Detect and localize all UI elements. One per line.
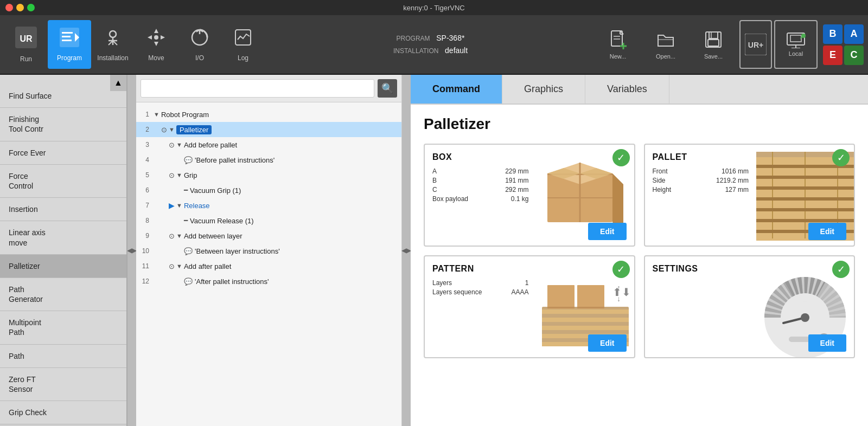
tree-resize-handle[interactable]: ◀▶	[402, 75, 411, 426]
minimize-button[interactable]	[16, 4, 24, 11]
program-tree: 🔍 1 ▼ Robot Program 2 ⊙ ▼ Palletizer 3	[136, 75, 402, 426]
pallet-edit-button[interactable]: Edit	[808, 223, 846, 240]
svg-rect-35	[790, 35, 801, 42]
svg-rect-62	[756, 176, 854, 179]
open-button[interactable]: Open...	[644, 20, 687, 69]
window-controls	[5, 4, 35, 11]
sidebar-scroll-up[interactable]: ▲	[110, 75, 126, 91]
tree-label: Add before pallet	[184, 141, 237, 149]
tab-command[interactable]: Command	[411, 75, 502, 104]
sidebar-item-grip-check[interactable]: Grip Check	[0, 401, 126, 424]
run-label: Run	[20, 55, 32, 63]
box-card: ✓ BOX A 229 mm B 191 mm	[424, 144, 635, 247]
sidebar-item-force-ever[interactable]: Force Ever	[0, 141, 126, 165]
new-button[interactable]: New...	[596, 20, 640, 69]
pattern-label-layers: Layers	[432, 279, 476, 287]
new-label: New...	[610, 53, 627, 60]
program-label: Program	[57, 54, 82, 62]
toolbar-far-right: UR+ Local B A E C	[739, 20, 864, 69]
box-row-a: A 229 mm	[432, 167, 529, 175]
svg-rect-19	[235, 30, 251, 45]
settings-edit-button[interactable]: Edit	[808, 334, 846, 352]
io-label: I/O	[195, 54, 204, 62]
installation-button[interactable]: Installation	[91, 20, 135, 69]
box-row-c: C 292 mm	[432, 186, 529, 193]
tree-row[interactable]: 1 ▼ Robot Program	[136, 107, 401, 122]
installation-label: Installation	[97, 54, 128, 62]
svg-point-7	[110, 31, 116, 37]
tree-arrow-icon: ▼	[176, 172, 182, 178]
tree-row[interactable]: 6 ━ Vacuum Grip (1)	[136, 183, 401, 198]
ur-plus-button[interactable]: UR+	[739, 20, 772, 69]
sidebar-item-insertion[interactable]: Insertion	[0, 198, 126, 221]
pallet-label-height: Height	[653, 186, 696, 193]
box-value-c: 292 mm	[496, 186, 529, 193]
tree-arrow-icon: ▼	[169, 126, 175, 133]
box-label-c: C	[432, 186, 476, 193]
tab-graphics[interactable]: Graphics	[502, 75, 585, 104]
pattern-check-icon: ✓	[612, 261, 630, 278]
box-edit-button[interactable]: Edit	[588, 223, 626, 240]
tab-variables[interactable]: Variables	[585, 75, 669, 104]
pattern-card: ✓ PATTERN Layers 1 Layers sequence AAAA	[424, 255, 635, 358]
sidebar-item-zero-ft[interactable]: Zero FTSensor	[0, 368, 126, 401]
tree-label: Vacuum Grip (1)	[190, 186, 241, 195]
svg-text:UR+: UR+	[748, 41, 763, 49]
comment-icon: 💬	[184, 277, 193, 286]
right-panel: Command Graphics Variables Palletizer ✓ …	[411, 75, 868, 426]
sidebar-item-find-surface[interactable]: Find Surface	[0, 75, 126, 108]
save-button[interactable]: Save...	[692, 20, 735, 69]
tree-content: 1 ▼ Robot Program 2 ⊙ ▼ Palletizer 3 ⊙ ▼…	[136, 102, 401, 426]
pattern-edit-button[interactable]: Edit	[588, 334, 626, 352]
sidebar-item-finishing[interactable]: FinishingTool Contr	[0, 108, 126, 141]
move-icon	[146, 28, 166, 51]
sidebar-item-multipoint-path[interactable]: MultipointPath	[0, 311, 126, 344]
io-button[interactable]: I/O	[178, 20, 221, 69]
tree-row[interactable]: 12 💬 'After pallet instructions'	[136, 274, 401, 289]
program-button[interactable]: Program	[48, 20, 91, 69]
sidebar-item-force-control[interactable]: ForceControl	[0, 165, 126, 198]
search-input[interactable]	[141, 79, 374, 98]
save-label: Save...	[704, 53, 723, 60]
tree-row[interactable]: 11 ⊙ ▼ Add after pallet	[136, 259, 401, 274]
tree-row[interactable]: 8 ━ Vacuum Release (1)	[136, 213, 401, 228]
sidebar-item-path[interactable]: Path	[0, 345, 126, 368]
tree-row[interactable]: 5 ⊙ ▼ Grip	[136, 167, 401, 183]
tree-connector-icon: ⊙	[169, 232, 175, 240]
tree-row[interactable]: 9 ⊙ ▼ Add between layer	[136, 228, 401, 243]
tree-row[interactable]: 2 ⊙ ▼ Palletizer	[136, 122, 401, 137]
svg-rect-65	[756, 208, 854, 211]
installation-name-label: INSTALLATION	[393, 47, 439, 55]
tree-row[interactable]: 3 ⊙ ▼ Add before pallet	[136, 137, 401, 152]
window-title: kenny:0 - TigerVNC	[403, 4, 464, 12]
badge-a: A	[844, 24, 864, 44]
maximize-button[interactable]	[27, 4, 35, 11]
box-card-left: BOX A 229 mm B 191 mm C 292 m	[425, 145, 537, 246]
ur-logo-icon: UR	[15, 27, 37, 52]
settings-card-left: SETTINGS	[645, 256, 757, 357]
log-button[interactable]: Log	[221, 20, 265, 69]
badge-e: E	[823, 46, 843, 65]
sidebar-item-palletizer[interactable]: Palletizer	[0, 255, 126, 278]
svg-rect-77	[577, 307, 604, 308]
box-row-b: B 191 mm	[432, 177, 529, 184]
sidebar-resize-handle[interactable]: ◀▶	[127, 75, 136, 426]
local-button[interactable]: Local	[774, 20, 818, 69]
tree-row[interactable]: 7 ▶ ▼ Release	[136, 198, 401, 213]
sidebar-item-path-generator[interactable]: PathGenerator	[0, 278, 126, 311]
open-label: Open...	[656, 53, 675, 60]
open-icon	[656, 30, 675, 50]
svg-text:⬆⬇: ⬆⬇	[612, 286, 631, 298]
local-label: Local	[789, 50, 803, 57]
sidebar-item-linear-axis[interactable]: Linear axismove	[0, 221, 126, 254]
move-button[interactable]: Move	[135, 20, 178, 69]
toolbar-actions: New... Open... Save...	[596, 20, 735, 69]
svg-rect-30	[708, 40, 719, 46]
close-button[interactable]	[5, 4, 13, 11]
ur-logo-button[interactable]: UR Run	[4, 20, 48, 69]
tree-row[interactable]: 10 💬 'Between layer instructions'	[136, 243, 401, 259]
box-value-a: 229 mm	[496, 167, 529, 175]
tree-row[interactable]: 4 💬 'Before pallet instructions'	[136, 152, 401, 167]
line-number: 11	[138, 262, 154, 270]
search-button[interactable]: 🔍	[378, 79, 397, 98]
